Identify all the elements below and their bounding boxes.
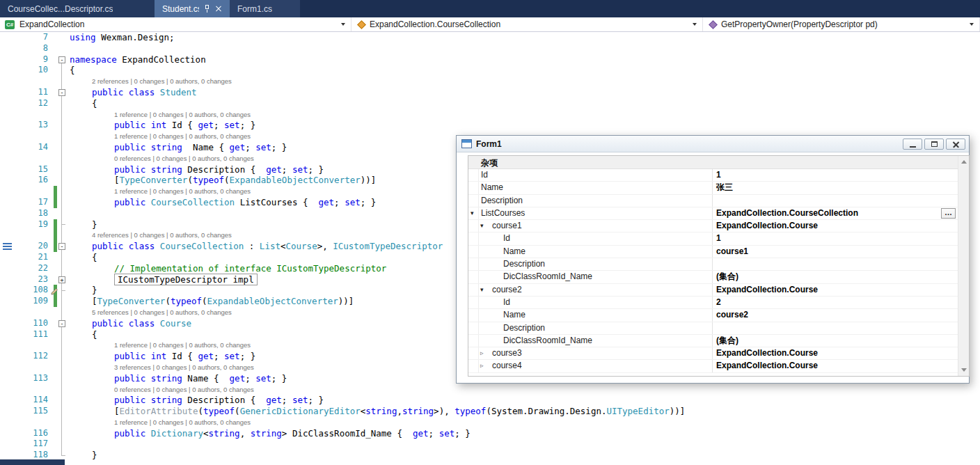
change-bar (54, 197, 57, 208)
property-value[interactable]: ExpandCollection.Course (716, 347, 818, 360)
class-icon (357, 20, 366, 29)
property-value[interactable]: (集合) (716, 271, 738, 283)
line-number: 17 (18, 197, 48, 208)
collapse-region-icon[interactable]: - (58, 56, 65, 63)
minimize-button[interactable] (903, 139, 922, 150)
property-value[interactable]: ExpandCollection.Course (716, 220, 818, 232)
line-number: 114 (18, 395, 48, 406)
vs-window: CourseCollec...Descriptor.cs Student.cs … (0, 0, 980, 465)
property-value[interactable]: 张三 (716, 182, 733, 194)
property-row-id[interactable]: Id2 (468, 297, 958, 309)
collapse-region-icon[interactable]: - (58, 320, 65, 327)
property-value[interactable]: 1 (716, 169, 721, 182)
property-row-name[interactable]: Namecourse2 (468, 309, 958, 322)
tab-form1[interactable]: Form1.cs (230, 0, 300, 17)
line-number: 19 (18, 219, 48, 230)
expand-icon[interactable]: ▹ (480, 347, 484, 360)
codelens-row: 2 references | 0 changes | 0 authors, 0 … (0, 76, 980, 87)
type-dropdown[interactable]: ExpandCollection.CourseCollection (351, 17, 703, 31)
codelens-row: 1 reference | 0 changes | 0 authors, 0 c… (0, 109, 980, 120)
code-text: ICustomTypeDescriptor impl (114, 274, 258, 285)
code-text: { (92, 98, 97, 109)
property-row-course2[interactable]: ▾course2ExpandCollection.Course (468, 284, 958, 297)
scrollbar[interactable] (958, 156, 969, 376)
close-button[interactable] (946, 139, 965, 150)
codelens-info[interactable]: 3 references | 0 changes | 0 authors, 0 … (114, 362, 254, 373)
line-number: 14 (18, 142, 48, 153)
property-name: Name (503, 309, 525, 322)
collapse-region-icon[interactable]: - (58, 243, 65, 250)
form-titlebar[interactable]: Form1 (457, 136, 969, 152)
line-number: 20 (18, 241, 48, 252)
project-dropdown[interactable]: C# ExpandCollection (0, 17, 351, 31)
category-row[interactable]: 杂项 (468, 156, 958, 169)
property-row-course3[interactable]: ▹course3ExpandCollection.Course (468, 347, 958, 360)
line-number: 23 (18, 274, 48, 285)
property-row-description[interactable]: Description (468, 258, 958, 271)
codelens-row: 1 reference | 0 changes | 0 authors, 0 c… (0, 417, 980, 428)
codelens-info[interactable]: 1 reference | 0 changes | 0 authors, 0 c… (114, 340, 251, 351)
member-dropdown[interactable]: GetPropertyOwner(PropertyDescriptor pd) (703, 17, 980, 31)
property-value[interactable]: course2 (716, 309, 748, 322)
property-row-id[interactable]: Id1 (468, 169, 958, 182)
property-row-course1[interactable]: ▾course1ExpandCollection.Course (468, 220, 958, 232)
code-line: 117 (0, 439, 980, 450)
property-value[interactable]: course1 (716, 246, 748, 258)
property-value[interactable]: ExpandCollection.CourseCollection (716, 207, 858, 220)
codelens-info[interactable]: 4 references | 0 changes | 0 authors, 0 … (92, 230, 232, 241)
change-bar (54, 241, 57, 252)
code-text: public Dictionary<string, string> DicCla… (114, 428, 471, 439)
tab-student[interactable]: Student.cs (155, 0, 230, 17)
collapsed-region-box[interactable]: ICustomTypeDescriptor impl (114, 274, 258, 285)
ellipsis-button[interactable]: … (941, 208, 956, 219)
pin-icon[interactable] (204, 4, 210, 13)
property-row-name[interactable]: Name张三 (468, 182, 958, 194)
property-value[interactable]: 1 (716, 232, 721, 245)
close-icon[interactable] (215, 6, 222, 13)
property-row-description[interactable]: Description (468, 195, 958, 207)
collapse-icon[interactable]: ▾ (471, 207, 474, 220)
code-line: 11-public class Student (0, 87, 980, 98)
property-value[interactable]: (集合) (716, 335, 738, 347)
collapse-region-icon[interactable]: - (58, 89, 65, 96)
collapse-icon[interactable]: ▾ (480, 284, 484, 297)
codelens-info[interactable]: 0 references | 0 changes | 0 authors, 0 … (114, 153, 254, 164)
expand-region-icon[interactable]: + (58, 276, 65, 283)
codelens-info[interactable]: 1 reference | 0 changes | 0 authors, 0 c… (114, 186, 251, 197)
codelens-info[interactable]: 2 references | 0 changes | 0 authors, 0 … (92, 76, 232, 87)
code-text: [TypeConverter(typeof(ExpandableObjectCo… (114, 175, 376, 186)
code-text: public string Description { get; set; } (114, 164, 324, 175)
member-dropdown-label: GetPropertyOwner(PropertyDescriptor pd) (721, 19, 878, 29)
line-number: 108 (18, 285, 48, 296)
property-row-description[interactable]: Description (468, 322, 958, 335)
line-number: 110 (18, 318, 48, 329)
scroll-up-icon[interactable] (961, 160, 967, 164)
tab-coursecollection-descriptor[interactable]: CourseCollec...Descriptor.cs (0, 0, 155, 17)
expand-icon[interactable]: ▹ (480, 360, 484, 372)
scroll-down-icon[interactable] (961, 368, 967, 372)
codelens-info[interactable]: 1 reference | 0 changes | 0 authors, 0 c… (114, 131, 251, 142)
property-value[interactable]: ExpandCollection.Course (716, 360, 818, 372)
line-number: 11 (18, 87, 48, 98)
collapse-icon[interactable]: ▾ (480, 220, 484, 232)
change-bar (54, 230, 57, 241)
codelens-info[interactable]: 5 references | 0 changes | 0 authors, 0 … (92, 307, 232, 318)
property-row-course4[interactable]: ▹course4ExpandCollection.Course (468, 360, 958, 372)
property-row-id[interactable]: Id1 (468, 232, 958, 245)
codelens-info[interactable]: 0 references | 0 changes | 0 authors, 0 … (114, 384, 254, 395)
maximize-button[interactable] (924, 139, 944, 150)
codelens-info[interactable]: 1 reference | 0 changes | 0 authors, 0 c… (114, 109, 251, 120)
property-grid[interactable]: 杂项 Id1Name张三Description▾ListCoursesExpan… (468, 155, 970, 377)
property-value[interactable]: 2 (716, 297, 721, 309)
margin-glyph-icon[interactable] (3, 243, 12, 250)
property-name: Id (503, 232, 510, 245)
property-row-dicclassroomid_name[interactable]: DicClassRoomId_Name(集合) (468, 335, 958, 347)
property-row-dicclassroomid_name[interactable]: DicClassRoomId_Name(集合) (468, 271, 958, 283)
codelens-info[interactable]: 1 reference | 0 changes | 0 authors, 0 c… (114, 417, 251, 428)
property-row-name[interactable]: Namecourse1 (468, 246, 958, 258)
property-row-listcourses[interactable]: ▾ListCoursesExpandCollection.CourseColle… (468, 207, 958, 220)
line-number: 21 (18, 252, 48, 263)
line-number: 111 (18, 329, 48, 340)
property-value[interactable]: ExpandCollection.Course (716, 284, 818, 297)
property-name: course3 (492, 347, 522, 360)
